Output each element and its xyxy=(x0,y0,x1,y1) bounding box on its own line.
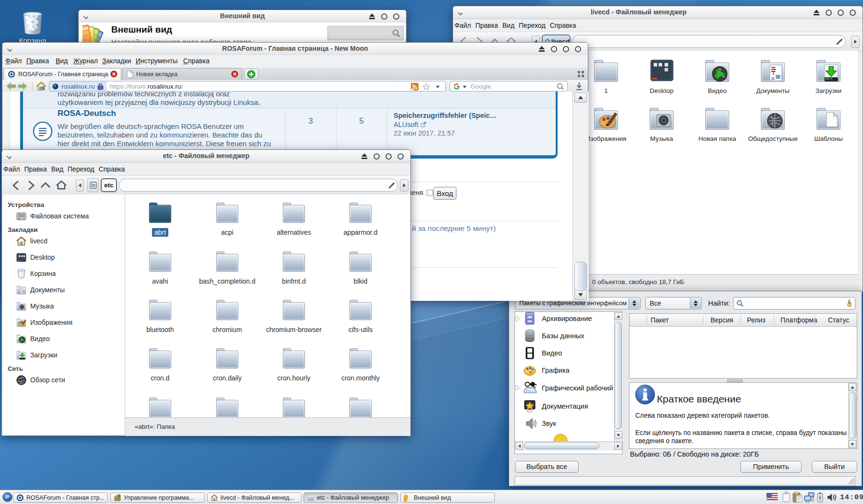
svg-text:T: T xyxy=(772,71,775,76)
